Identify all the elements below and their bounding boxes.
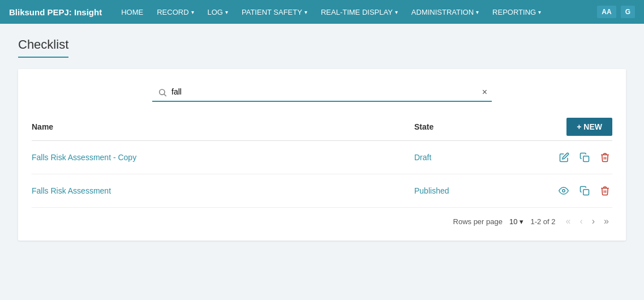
nav-item-log[interactable]: LOG ▾ xyxy=(202,3,234,21)
table-row: Falls Risk Assessment - Copy Draft xyxy=(32,141,612,174)
main-content: Checklist × Name State + NEW xyxy=(0,24,644,300)
navbar-nav: HOME RECORD ▾ LOG ▾ PATIENT SAFETY ▾ REA… xyxy=(115,3,597,21)
row-state-1: Published xyxy=(414,186,527,195)
search-wrapper: × xyxy=(152,83,492,102)
copy-button-1[interactable] xyxy=(577,183,592,198)
nav-item-reporting[interactable]: REPORTING ▾ xyxy=(487,3,547,21)
table-row: Falls Risk Assessment Published xyxy=(32,174,612,208)
table-header: Name State + NEW xyxy=(32,113,612,141)
svg-line-1 xyxy=(164,95,166,97)
nav-item-record[interactable]: RECORD ▾ xyxy=(151,3,199,21)
chevron-down-icon: ▾ xyxy=(225,9,228,15)
delete-button-1[interactable] xyxy=(598,183,612,198)
row-actions-0 xyxy=(527,150,612,165)
chevron-down-icon: ▾ xyxy=(538,9,541,15)
search-icon xyxy=(158,87,167,97)
page-title-container: Checklist xyxy=(18,37,68,58)
search-container: × xyxy=(32,83,612,102)
chevron-down-icon: ▾ xyxy=(191,9,194,15)
language-button[interactable]: AA xyxy=(597,6,616,18)
user-button[interactable]: G xyxy=(621,6,635,18)
search-clear-button[interactable]: × xyxy=(482,88,487,97)
pagination-next-button[interactable]: › xyxy=(589,216,598,227)
navbar-brand: Bliksund PEPJ: Insight xyxy=(9,7,102,17)
checklist-card: × Name State + NEW Falls Risk Assessment… xyxy=(18,69,626,241)
nav-item-realtime-display[interactable]: REAL-TIME DISPLAY ▾ xyxy=(315,3,403,21)
new-button[interactable]: + NEW xyxy=(566,118,612,136)
navbar-icons: AA G xyxy=(597,6,635,18)
row-name-0[interactable]: Falls Risk Assessment - Copy xyxy=(32,153,414,162)
pagination-info: 1-2 of 2 xyxy=(530,217,555,226)
row-state-0: Draft xyxy=(414,153,527,162)
rows-per-page-value: 10 xyxy=(509,217,517,226)
rows-per-page-label: Rows per page xyxy=(453,217,503,226)
pagination-prev-button[interactable]: ‹ xyxy=(576,216,586,227)
edit-button-0[interactable] xyxy=(557,150,572,165)
column-state-header: State xyxy=(414,122,527,131)
column-actions-header: + NEW xyxy=(527,118,612,136)
navbar: Bliksund PEPJ: Insight HOME RECORD ▾ LOG… xyxy=(0,0,644,24)
copy-button-0[interactable] xyxy=(577,150,592,165)
column-name-header: Name xyxy=(32,122,414,131)
row-actions-1 xyxy=(527,183,612,198)
chevron-down-icon: ▾ xyxy=(395,9,398,15)
pagination-first-button[interactable]: « xyxy=(563,216,574,227)
delete-button-0[interactable] xyxy=(598,150,612,165)
pagination-nav: « ‹ › » xyxy=(563,216,612,227)
chevron-down-icon: ▾ xyxy=(476,9,479,15)
svg-point-0 xyxy=(160,89,165,95)
nav-item-home[interactable]: HOME xyxy=(115,3,149,21)
svg-rect-2 xyxy=(583,156,589,162)
svg-point-3 xyxy=(563,190,565,192)
dropdown-arrow-icon: ▾ xyxy=(520,217,523,226)
nav-item-patient-safety[interactable]: PATIENT SAFETY ▾ xyxy=(236,3,313,21)
view-button-1[interactable] xyxy=(556,183,572,198)
pagination-last-button[interactable]: » xyxy=(600,216,612,227)
nav-item-administration[interactable]: ADMINISTRATION ▾ xyxy=(406,3,484,21)
row-name-1[interactable]: Falls Risk Assessment xyxy=(32,186,414,195)
page-title: Checklist xyxy=(18,37,68,52)
search-input[interactable] xyxy=(152,83,492,102)
chevron-down-icon: ▾ xyxy=(304,9,307,15)
pagination-bar: Rows per page 10 ▾ 1-2 of 2 « ‹ › » xyxy=(32,208,612,227)
svg-rect-4 xyxy=(583,190,589,195)
rows-per-page-select[interactable]: 10 ▾ xyxy=(509,217,523,226)
